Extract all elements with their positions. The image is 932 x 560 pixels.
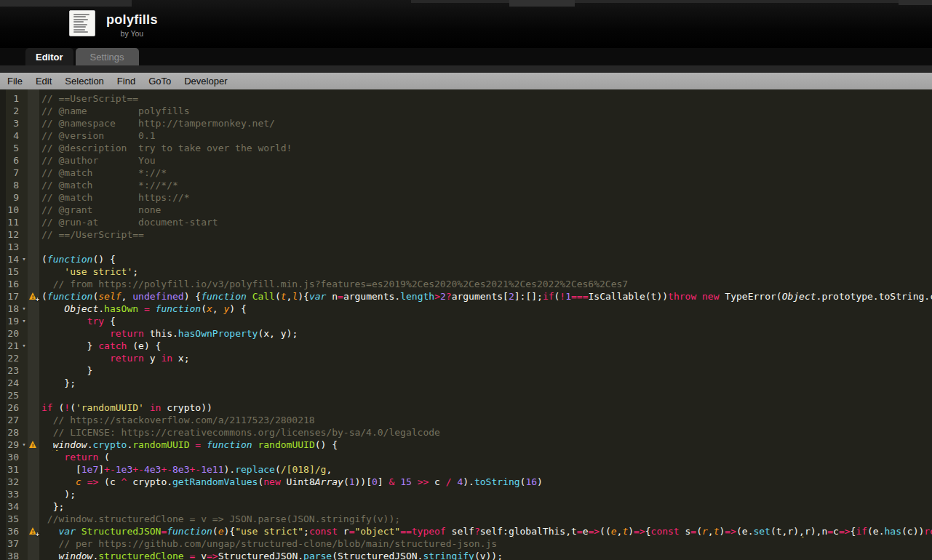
fold-gutter [20, 426, 28, 439]
line-number: 16 [0, 278, 20, 290]
line-number: 24 [0, 377, 20, 389]
line-number: 32 [0, 476, 20, 488]
lint-gutter-empty [28, 537, 39, 550]
code-text: // ==UserScript== [39, 92, 932, 105]
fold-toggle-icon[interactable]: ▾ [20, 303, 28, 315]
code-line: 23 } [0, 364, 932, 377]
lint-gutter-empty [28, 327, 39, 340]
code-line: 26if (!('randomUUID' in crypto)) [0, 401, 932, 414]
line-number: 27 [0, 414, 20, 426]
fold-toggle-icon[interactable]: ▾ [20, 340, 28, 352]
lint-gutter-empty [28, 364, 39, 377]
fold-gutter [20, 204, 28, 216]
line-number: 26 [0, 401, 20, 414]
fold-gutter [20, 451, 28, 463]
code-text: // @match *://* [39, 167, 932, 179]
fold-gutter [20, 352, 28, 364]
fold-gutter [20, 241, 28, 253]
code-text: // ==/UserScript== [39, 228, 932, 241]
code-line: 13 [0, 241, 932, 253]
fold-gutter [20, 179, 28, 191]
menu-item-selection[interactable]: Selection [58, 73, 110, 89]
fold-gutter [20, 377, 28, 389]
code-line: 27 // https://stackoverflow.com/a/211752… [0, 414, 932, 426]
fold-gutter [20, 154, 28, 167]
code-line: 17!+(function(self, undefined) {function… [0, 290, 932, 303]
lint-gutter-empty [28, 129, 39, 142]
lint-gutter-empty [28, 105, 39, 117]
fold-gutter [20, 401, 28, 414]
code-text: (function() { [39, 253, 932, 265]
header: polyfills by You [0, 0, 932, 48]
line-number: 37 [0, 537, 20, 550]
code-line: 22 return y in x; [0, 352, 932, 364]
fold-gutter [20, 290, 28, 303]
line-number: 23 [0, 364, 20, 377]
line-number: 38 [0, 550, 20, 560]
code-text: window.structuredClone = v=>StructuredJS… [39, 550, 932, 560]
lint-gutter-empty [28, 389, 39, 401]
code-line: 30 return ( [0, 451, 932, 463]
fold-gutter [20, 105, 28, 117]
line-number: 34 [0, 500, 20, 513]
lint-gutter-empty [28, 488, 39, 500]
fold-toggle-icon[interactable]: ▾ [20, 253, 28, 265]
menu-item-file[interactable]: File [1, 73, 29, 89]
icon-text-line [73, 19, 88, 20]
tab-settings[interactable]: Settings [76, 48, 139, 65]
menu-item-developer[interactable]: Developer [178, 73, 234, 89]
icon-text-line [73, 26, 86, 28]
code-line: 34 }; [0, 500, 932, 513]
code-text: ); [39, 488, 932, 500]
lint-gutter-empty [28, 117, 39, 129]
code-line: 18▾ Object.hasOwn = function(x, y) { [0, 303, 932, 315]
code-editor[interactable]: 1// ==UserScript==2// @name polyfills3//… [0, 89, 932, 560]
code-line: 15 'use strict'; [0, 265, 932, 278]
code-text: window.crypto.randomUUID = function rand… [39, 439, 932, 451]
code-text: return this.hasOwnProperty(x, y); [39, 327, 932, 340]
code-text: var StructuredJSON=function(e){"use stri… [39, 525, 932, 537]
code-line: 10// @grant none [0, 204, 932, 216]
line-number: 3 [0, 117, 20, 129]
fold-gutter [20, 129, 28, 142]
code-line: 28 // LICENSE: https://creativecommons.o… [0, 426, 932, 439]
lint-gutter-empty [28, 241, 39, 253]
fold-gutter [20, 167, 28, 179]
line-number: 10 [0, 204, 20, 216]
fold-toggle-icon[interactable]: ▾ [20, 439, 28, 451]
lint-gutter-empty [28, 340, 39, 352]
lint-gutter-empty [28, 142, 39, 154]
code-text: }; [39, 377, 932, 389]
tab-editor[interactable]: Editor [25, 48, 73, 65]
menu-item-edit[interactable]: Edit [29, 73, 58, 89]
lint-warning-icon[interactable]: ! [29, 441, 36, 448]
lint-gutter-empty [28, 550, 39, 560]
line-number: 35 [0, 513, 20, 525]
code-area[interactable]: 1// ==UserScript==2// @name polyfills3//… [0, 92, 932, 560]
lint-gutter-empty [28, 265, 39, 278]
menu-item-find[interactable]: Find [111, 73, 142, 89]
lint-gutter-empty [28, 352, 39, 364]
line-number: 36 [0, 525, 20, 537]
code-text: // @run-at document-start [39, 216, 932, 228]
code-text: // @name polyfills [39, 105, 932, 117]
code-text: if (!('randomUUID' in crypto)) [39, 401, 932, 414]
line-number: 8 [0, 179, 20, 191]
lint-gutter-empty [28, 228, 39, 241]
line-number: 14 [0, 253, 20, 265]
lint-gutter-empty [28, 414, 39, 426]
fold-toggle-icon[interactable]: ▾ [20, 315, 28, 327]
code-text: } catch (e) { [39, 340, 932, 352]
line-number: 17 [0, 290, 20, 303]
fold-gutter [20, 216, 28, 228]
lint-gutter: !+ [28, 525, 39, 537]
line-number: 4 [0, 129, 20, 142]
lint-gutter-empty [28, 92, 39, 105]
menu-item-goto[interactable]: GoTo [142, 73, 178, 89]
lint-warning-bang: ! [31, 442, 34, 449]
line-number: 33 [0, 488, 20, 500]
fold-gutter [20, 500, 28, 513]
code-line: 31 [1e7]+-1e3+-4e3+-8e3+-1e11).replace(/… [0, 463, 932, 476]
code-text: // from https://polyfill.io/v3/polyfill.… [39, 278, 932, 290]
menu-bar: FileEditSelectionFindGoToDeveloper [0, 73, 932, 89]
